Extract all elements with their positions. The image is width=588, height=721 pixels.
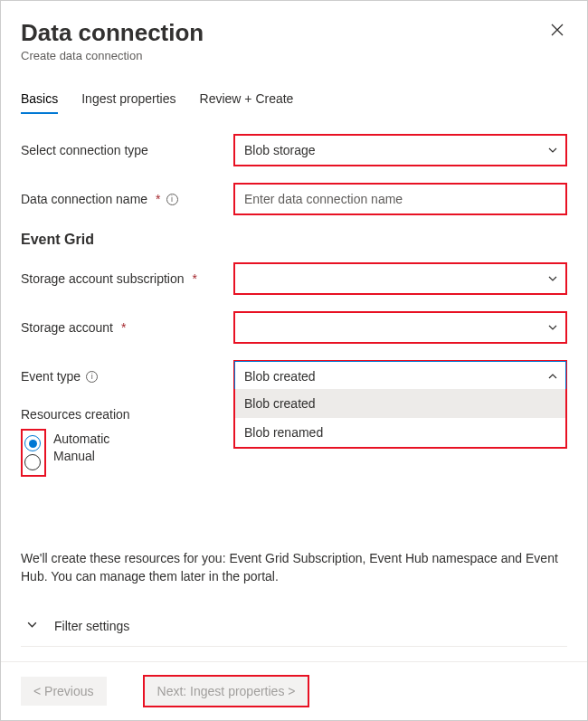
tab-ingest-properties[interactable]: Ingest properties [81,88,175,113]
event-type-label-text: Event type [21,369,81,384]
required-asterisk: * [193,271,197,286]
event-type-label: Event type i [21,369,233,384]
connection-type-value: Blob storage [244,143,316,157]
next-button[interactable]: Next: Ingest properties > [145,677,308,706]
subscription-select[interactable] [233,262,567,295]
resources-help-text: We'll create these resources for you: Ev… [21,549,567,586]
radio-automatic[interactable] [24,435,41,451]
required-asterisk: * [121,320,126,335]
tab-review-create[interactable]: Review + Create [200,88,294,113]
connection-name-input[interactable] [244,185,538,213]
event-grid-heading: Event Grid [21,232,567,248]
connection-type-label: Select connection type [21,143,233,157]
subscription-label-text: Storage account subscription [21,271,185,286]
page-title: Data connection [21,19,204,47]
required-asterisk: * [156,192,160,206]
subscription-label: Storage account subscription * [21,271,233,286]
connection-name-label-text: Data connection name [21,192,147,206]
page-subtitle: Create data connection [21,49,204,62]
tab-strip: Basics Ingest properties Review + Create [21,88,567,114]
connection-name-label: Data connection name * i [21,192,233,206]
filter-settings-toggle[interactable]: Filter settings [21,606,567,647]
chevron-down-icon [21,619,38,633]
resources-creation-radio-group [21,429,46,477]
radio-manual-label: Manual [53,449,95,463]
event-type-dropdown-list: Blob created Blob renamed [233,389,567,449]
event-type-select[interactable]: Blob created Blob created Blob renamed [233,360,567,393]
tab-basics[interactable]: Basics [21,88,58,113]
event-type-option-blob-created[interactable]: Blob created [235,389,565,418]
info-icon[interactable]: i [166,194,178,205]
filter-settings-label: Filter settings [54,619,129,633]
close-icon[interactable] [547,19,567,43]
event-type-option-blob-renamed[interactable]: Blob renamed [235,418,565,447]
event-type-value: Blob created [244,369,316,384]
info-icon[interactable]: i [86,371,98,383]
radio-manual[interactable] [24,454,41,470]
connection-name-field[interactable] [233,183,567,215]
storage-account-label-text: Storage account [21,320,113,335]
radio-automatic-label: Automatic [53,432,109,446]
previous-button[interactable]: < Previous [21,677,107,706]
storage-account-label: Storage account * [21,320,233,335]
resources-creation-label: Resources creation [21,405,233,422]
storage-account-select[interactable] [233,311,567,344]
connection-type-select[interactable]: Blob storage [233,134,567,166]
wizard-footer: < Previous Next: Ingest properties > [1,661,587,720]
